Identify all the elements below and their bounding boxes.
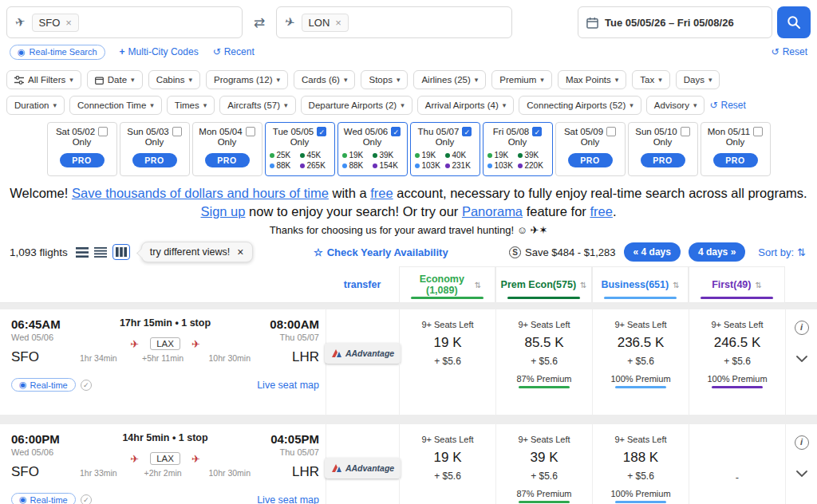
filter-arrival-airports[interactable]: Arrival Airports (4)▾ [417,96,515,115]
first-cell[interactable]: - [689,424,785,504]
free-account-link[interactable]: free [370,186,393,200]
day-checkbox[interactable]: ✓ [317,127,326,136]
pro-button[interactable]: PRO [60,153,105,167]
sort-icon[interactable]: ⇅ [580,281,586,289]
close-icon[interactable]: × [237,246,243,258]
filter-stops[interactable]: Stops▾ [361,70,408,89]
filter-connecting-airports[interactable]: Connecting Airports (52)▾ [519,96,641,115]
program-logo[interactable]: AAdvantage [325,343,401,364]
filter-all-filters[interactable]: All Filters ▾ [6,70,81,89]
filter-airlines[interactable]: Airlines (25)▾ [413,70,486,89]
day-card-mon-0511[interactable]: Mon 05/11 Only PRO [701,122,771,176]
flight-row-1[interactable]: 06:45AM Wed 05/06 SFO 17hr 15min • 1 sto… [0,309,817,415]
filter-aircrafts[interactable]: Aircrafts (57)▾ [219,96,295,115]
realtime-search-toggle[interactable]: ◉ Real-time Search [10,45,105,60]
only-label[interactable]: Only [411,137,480,147]
compact-view-icon[interactable] [94,247,107,258]
remove-destination-icon[interactable]: × [335,18,341,28]
stopover-airport[interactable]: LAX [150,452,180,465]
day-card-sun-0503[interactable]: Sun 05/03 Only PRO [120,122,190,176]
filter-duration[interactable]: Duration▾ [6,96,65,115]
live-seat-map-link[interactable]: Live seat map [257,380,319,391]
save-money-link[interactable]: Save thousands of dollars and hours of t… [72,186,329,200]
only-label[interactable]: Only [629,137,697,147]
origin-chip[interactable]: SFO × [32,14,79,32]
pro-button[interactable]: PRO [568,153,613,167]
day-card-sat-0509[interactable]: Sat 05/09 Only PRO [555,122,626,176]
recent-link[interactable]: ↺ Recent [213,46,255,57]
only-label[interactable]: Only [701,137,770,147]
info-icon[interactable]: i [795,321,809,335]
expand-chevron-icon[interactable] [796,356,807,362]
filter-cards[interactable]: Cards (6)▾ [294,70,355,89]
info-icon[interactable]: i [795,435,809,450]
multi-city-codes-link[interactable]: + Multi-City Codes [120,46,199,57]
only-label[interactable]: Only [120,137,189,147]
free-trial-link[interactable]: free [590,204,612,219]
first-column-header[interactable]: First(49) ⇅ [689,266,785,303]
reset-search-link[interactable]: ↺ Reset [772,46,807,57]
sort-icon[interactable]: ⇅ [755,281,761,289]
list-view-icon[interactable] [76,247,89,258]
only-label[interactable]: Only [483,137,552,147]
yearly-availability-link[interactable]: ☆ Check Yearly Availability [314,246,448,258]
prem-econ-cell[interactable]: 9+ Seats Left 85.5 K + $5.6 87% Premium [495,309,592,415]
filter-cabins[interactable]: Cabins▾ [148,70,200,89]
day-checkbox[interactable]: ✓ [462,127,472,136]
sort-by-control[interactable]: Sort by: ⇅ [758,246,806,258]
destination-chip[interactable]: LON × [302,14,349,32]
day-checkbox[interactable] [606,127,616,136]
day-card-fri-0508[interactable]: Fri 05/08✓ Only 19K 39K 103K 220K [483,122,553,176]
day-checkbox[interactable]: ✓ [391,127,401,136]
live-seat-map-link[interactable]: Live seat map [257,494,319,504]
expand-chevron-icon[interactable] [796,471,807,477]
day-checkbox[interactable] [172,127,182,136]
filter-date[interactable]: Date ▾ [87,70,143,89]
day-checkbox[interactable] [98,127,108,136]
origin-input[interactable]: ✈ SFO × [6,6,243,38]
stopover-airport[interactable]: LAX [150,337,180,350]
sort-icon[interactable]: ⇅ [673,281,679,289]
business-column-header[interactable]: Business(651) ⇅ [592,266,689,303]
previous-days-button[interactable]: « 4 days [624,242,681,262]
day-checkbox[interactable]: ✓ [532,127,542,136]
economy-column-header[interactable]: Economy (1,089) ⇅ [399,266,495,303]
pro-button[interactable]: PRO [641,153,685,167]
day-checkbox[interactable] [753,127,763,136]
date-range-input[interactable]: Tue 05/05/26 – Fri 05/08/26 [578,6,772,38]
day-card-sun-0510[interactable]: Sun 05/10 Only PRO [628,122,698,176]
first-cell[interactable]: 9+ Seats Left 246.5 K + $5.6 100% Premiu… [689,309,785,415]
filter-advisory[interactable]: Advisory▾ [646,96,705,115]
filter-times[interactable]: Times▾ [167,96,215,115]
destination-input[interactable]: ✈ LON × [276,6,512,38]
filter-programs[interactable]: Programs (12)▾ [206,70,288,89]
flight-row-2[interactable]: 06:00PM Wed 05/06 SFO 14hr 5min • 1 stop… [0,424,817,504]
day-card-tue-0505[interactable]: Tue 05/05✓ Only 25K 45K 88K 265K [265,122,335,176]
only-label[interactable]: Only [266,137,334,147]
filter-connection-time[interactable]: Connection Time▾ [69,96,162,115]
day-card-mon-0504[interactable]: Mon 05/04 Only PRO [192,122,262,176]
swap-airports-button[interactable]: ⇄ [247,14,271,31]
day-card-sat-0502[interactable]: Sat 05/02 Only PRO [47,122,117,176]
filter-days[interactable]: Days▾ [676,70,720,89]
pro-button[interactable]: PRO [713,153,758,167]
filter-tax[interactable]: Tax▾ [632,70,669,89]
column-view-icon[interactable] [112,244,130,260]
reset-filters-link[interactable]: ↺ Reset [709,100,745,111]
prem-econ-column-header[interactable]: Prem Econ(575) ⇅ [495,266,592,303]
business-cell[interactable]: 9+ Seats Left 236.5 K + $5.6 100% Premiu… [592,309,689,415]
economy-cell[interactable]: 9+ Seats Left 19 K + $5.6 [399,424,495,504]
sign-up-link[interactable]: Sign up [201,204,246,219]
filter-premium[interactable]: Premium▾ [491,70,552,89]
panorama-link[interactable]: Panorama [462,204,523,219]
filter-departure-airports[interactable]: Departure Airports (2)▾ [301,96,412,115]
business-cell[interactable]: 9+ Seats Left 188 K + $5.6 100% Premium [592,424,689,504]
day-checkbox[interactable] [246,127,255,136]
search-button[interactable] [777,6,811,38]
only-label[interactable]: Only [556,137,625,147]
only-label[interactable]: Only [193,137,262,147]
prem-econ-cell[interactable]: 9+ Seats Left 39 K + $5.6 87% Premium [495,424,592,504]
only-label[interactable]: Only [48,137,116,147]
economy-cell[interactable]: 9+ Seats Left 19 K + $5.6 [399,309,495,415]
day-card-thu-0507[interactable]: Thu 05/07✓ Only 19K 40K 103K 231K [410,122,480,176]
